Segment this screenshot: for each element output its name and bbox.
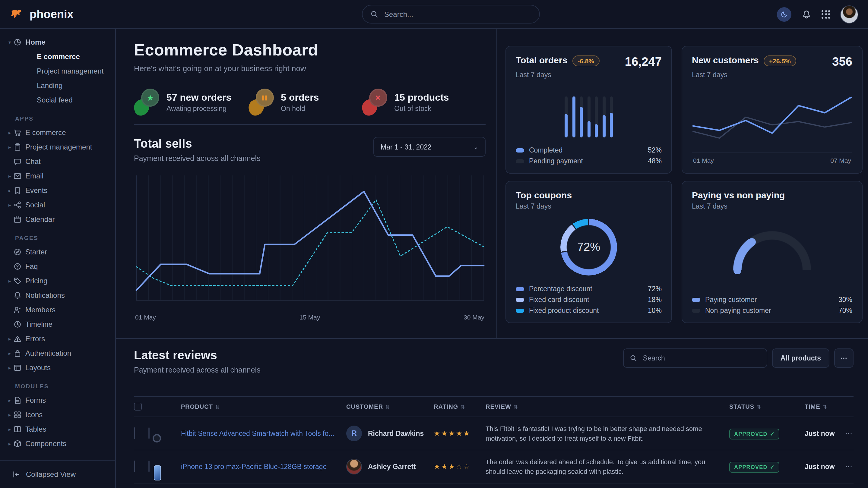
column-header-product[interactable]: PRODUCT⇅ (181, 403, 346, 410)
sidebar-item-label: Social (25, 201, 45, 209)
date-range-select[interactable]: Mar 1 - 31, 2022 ⌄ (373, 137, 486, 157)
sidebar-item-chat[interactable]: Chat (0, 154, 115, 169)
legend-swatch (516, 287, 524, 291)
latest-reviews-section: Latest reviews Payment received across a… (116, 338, 868, 488)
row-checkbox[interactable] (134, 427, 135, 439)
row-checkbox[interactable] (134, 461, 135, 472)
sidebar-item-e-commerce[interactable]: ▸E commerce (0, 125, 115, 140)
column-header-customer[interactable]: CUSTOMER⇅ (346, 403, 434, 410)
column-header-time[interactable]: TIME⇅ (805, 403, 840, 410)
change-badge: -6.8% (572, 56, 599, 66)
sidebar-item-events[interactable]: ▸Events (0, 183, 115, 198)
sidebar-item-social[interactable]: ▸Social (0, 198, 115, 212)
sidebar-item-tables[interactable]: ▸Tables (0, 422, 115, 436)
legend-item-fixed-card-discount: Fixed card discount18% (516, 294, 662, 305)
sort-icon: ⇅ (215, 404, 220, 410)
orders-legend: Completed52%Pending payment48% (516, 145, 662, 166)
select-all-checkbox[interactable] (134, 403, 142, 411)
sidebar-item-project-management[interactable]: Project management (0, 64, 115, 78)
column-header-status[interactable]: STATUS⇅ (729, 403, 805, 410)
legend-label: Fixed product discount (529, 307, 599, 314)
product-cell: iPhone 13 pro max-Pacific Blue-128GB sto… (181, 463, 346, 470)
card-subtitle: Last 7 days (516, 202, 662, 210)
sidebar-item-forms[interactable]: ▸Forms (0, 393, 115, 408)
sort-icon: ⇅ (385, 404, 390, 410)
product-cell: Fitbit Sense Advanced Smartwatch with To… (181, 430, 346, 437)
product-link[interactable]: iPhone 13 pro max-Pacific Blue-128GB sto… (181, 463, 346, 470)
star-filled-icon: ★ (434, 462, 441, 471)
phoenix-logo[interactable]: phoenix (10, 7, 111, 22)
search-input[interactable] (383, 9, 531, 19)
sidebar-item-timeline[interactable]: Timeline (0, 317, 115, 331)
sidebar-item-notifications[interactable]: Notifications (0, 288, 115, 303)
legend-value: 30% (838, 296, 852, 303)
notifications-button[interactable] (802, 9, 811, 19)
x-tick: 15 May (300, 314, 320, 321)
status-cell: APPROVED ✓ (729, 461, 805, 473)
apps-menu-button[interactable] (822, 10, 830, 19)
reviews-search[interactable] (623, 349, 767, 368)
card-subtitle: Last 7 days (516, 71, 662, 78)
bar-fill (565, 114, 568, 138)
global-search[interactable] (362, 5, 540, 24)
sidebar-item-label: Calendar (25, 215, 55, 224)
sidebar-item-authentication[interactable]: ▸Authentication (0, 346, 115, 360)
bar-track (580, 96, 583, 137)
collapsed-view-toggle[interactable]: Collapsed View (0, 460, 115, 488)
bar-track (587, 96, 590, 137)
stat-circle: ✕ (369, 89, 387, 107)
sidebar-item-landing[interactable]: Landing (0, 78, 115, 93)
product-thumbnail[interactable] (148, 427, 150, 439)
legend-item-completed: Completed52% (516, 145, 662, 156)
sidebar-item-label: Authentication (25, 349, 71, 357)
sidebar-item-project-management[interactable]: ▸Project management (0, 140, 115, 154)
row-actions-button[interactable]: ⋯ (840, 429, 854, 438)
sidebar-item-e-commerce[interactable]: E commerce (0, 50, 115, 64)
star-filled-icon: ★ (434, 429, 441, 438)
sidebar-item-label: Project management (25, 143, 92, 151)
stat-out-of-stock: ✕15 productsOut of stock (362, 89, 458, 115)
sidebar-item-components[interactable]: ▸Components (0, 436, 115, 451)
total-sells-subtitle: Payment received across all channels (134, 154, 260, 163)
navbar-actions (777, 5, 858, 23)
column-header-review[interactable]: REVIEW⇅ (486, 403, 729, 410)
caret-right-icon: ▸ (6, 188, 13, 193)
sidebar-item-email[interactable]: ▸Email (0, 169, 115, 183)
sidebar-item-social-feed[interactable]: Social feed (0, 93, 115, 107)
sort-icon: ⇅ (757, 404, 761, 410)
stat-text: 15 productsOut of stock (394, 92, 449, 112)
caret-right-icon: ▸ (6, 202, 13, 208)
sidebar-item-faq[interactable]: Faq (0, 259, 115, 274)
thumb-cell (148, 461, 181, 472)
column-header-rating[interactable]: RATING⇅ (434, 403, 486, 410)
sidebar-item-icons[interactable]: ▸Icons (0, 408, 115, 422)
sidebar-item-members[interactable]: Members (0, 303, 115, 317)
sidebar-item-layouts[interactable]: ▸Layouts (0, 360, 115, 375)
new-customers-card: New customers+26.5% 356 Last 7 days 01 M… (682, 46, 863, 174)
all-products-filter-button[interactable]: All products (772, 349, 829, 368)
stat-circle (255, 89, 274, 107)
sidebar-item-starter[interactable]: Starter (0, 245, 115, 259)
cart-icon (13, 128, 25, 137)
product-link[interactable]: Fitbit Sense Advanced Smartwatch with To… (181, 430, 346, 437)
bar-fill (595, 124, 598, 137)
legend-label: Fixed card discount (529, 296, 589, 303)
dark-mode-toggle[interactable] (777, 7, 792, 22)
product-thumbnail[interactable] (148, 461, 150, 472)
page-subtitle: Here's what's going on at your business … (134, 64, 486, 73)
top-navbar: phoenix (0, 0, 868, 29)
sidebar-item-home[interactable]: ▾Home (0, 35, 115, 50)
caret-right-icon: ▸ (6, 426, 13, 432)
sidebar-item-errors[interactable]: ▸Errors (0, 331, 115, 346)
reviews-search-input[interactable] (642, 354, 761, 362)
reviews-more-button[interactable]: ⋯ (834, 349, 854, 368)
paying-vs-nonpaying-card: Paying vs non paying Last 7 days Paying … (682, 181, 863, 323)
star-filled-icon: ★ (441, 462, 449, 471)
profile-avatar[interactable] (840, 5, 858, 23)
share-icon (13, 201, 25, 209)
sidebar-item-pricing[interactable]: ▸Pricing (0, 274, 115, 288)
sidebar-item-calendar[interactable]: Calendar (0, 212, 115, 227)
legend-label: Paying customer (705, 296, 757, 303)
row-actions-button[interactable]: ⋯ (840, 462, 854, 471)
nine-dots-grid-icon (822, 10, 830, 19)
